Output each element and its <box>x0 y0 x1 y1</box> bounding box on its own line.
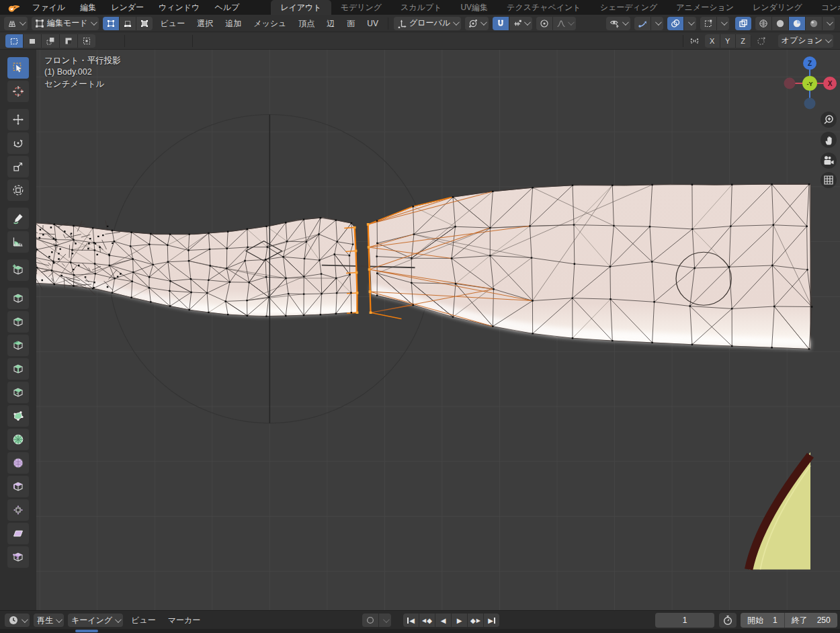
play-button[interactable]: ▶ <box>452 614 468 627</box>
vertex-select-button[interactable] <box>103 17 120 30</box>
workspace-tab-8[interactable]: コンポジティング <box>812 0 840 15</box>
mirror-axis-y[interactable]: Y <box>720 34 736 48</box>
prev-keyframe-button[interactable]: ◀◆ <box>419 614 435 627</box>
xray-options-icon-button[interactable] <box>700 17 717 30</box>
autokey-dropdown[interactable] <box>379 614 391 627</box>
tool-annotate[interactable] <box>7 208 29 229</box>
playback-menu[interactable]: 再生 <box>34 614 64 627</box>
select-mode-intersect-button[interactable] <box>78 34 95 48</box>
workspace-tab-6[interactable]: アニメーション <box>667 0 743 15</box>
tool-transform[interactable] <box>7 179 29 201</box>
tool-move[interactable] <box>7 109 29 130</box>
select-mode-subtract-button[interactable] <box>60 34 78 48</box>
timeline-view-menu[interactable]: ビュー <box>125 611 162 629</box>
topbar-menu-1[interactable]: 編集 <box>73 3 103 12</box>
tool-poly-build[interactable] <box>7 405 29 427</box>
header-menu-6[interactable]: 面 <box>341 15 361 32</box>
xray-options-dropdown[interactable] <box>717 17 729 30</box>
tool-smooth[interactable] <box>7 452 29 474</box>
editor-type-button[interactable] <box>4 17 28 30</box>
topbar-menu-4[interactable]: ヘルプ <box>207 3 247 12</box>
mirror-axis-z[interactable]: Z <box>736 34 751 48</box>
orientation-select[interactable]: グローバル <box>394 17 461 30</box>
show-overlays-toggle[interactable] <box>667 17 684 30</box>
show-gizmo-toggle[interactable] <box>634 17 651 30</box>
header-menu-0[interactable]: ビュー <box>155 15 192 32</box>
header-menu-3[interactable]: メッシュ <box>247 15 292 32</box>
tool-loop-cut[interactable] <box>7 358 29 380</box>
tool-measure[interactable] <box>7 231 29 253</box>
tool-spin[interactable] <box>7 429 29 450</box>
axis-gizmo[interactable]: Z X -Y <box>782 55 838 112</box>
mirror-button[interactable] <box>687 34 703 48</box>
proportional-edit-toggle[interactable] <box>536 17 553 30</box>
workspace-tab-5[interactable]: シェーディング <box>591 0 667 15</box>
tool-inset-faces[interactable] <box>7 311 29 333</box>
use-preview-range-button[interactable] <box>719 613 737 628</box>
timeline-strip[interactable] <box>0 629 840 633</box>
timeline-marker-menu[interactable]: マーカー <box>162 611 207 629</box>
pan-button[interactable] <box>821 132 837 148</box>
snap-toggle[interactable] <box>493 17 509 30</box>
topbar-menu-2[interactable]: レンダー <box>103 3 151 12</box>
frame-start-field[interactable]: 開始 1 <box>741 615 784 626</box>
tool-shrink-fatten[interactable] <box>7 499 29 521</box>
pivot-point-select[interactable] <box>465 17 489 30</box>
header-menu-7[interactable]: UV <box>361 15 384 32</box>
workspace-tab-3[interactable]: UV編集 <box>451 0 497 15</box>
face-select-button[interactable] <box>136 17 153 30</box>
header-menu-4[interactable]: 頂点 <box>292 15 321 32</box>
tool-shear[interactable] <box>7 523 29 544</box>
edge-select-button[interactable] <box>120 17 136 30</box>
current-frame-field[interactable]: 1 <box>655 613 714 628</box>
header-menu-2[interactable]: 追加 <box>219 15 247 32</box>
playhead[interactable] <box>75 630 98 632</box>
gizmo-dropdown[interactable] <box>651 17 663 30</box>
workspace-tab-1[interactable]: モデリング <box>331 0 391 15</box>
axis-neg-z-ball[interactable] <box>804 98 816 110</box>
proportional-size-button[interactable] <box>753 34 769 48</box>
shading-wireframe-button[interactable] <box>755 17 772 30</box>
tool-edge-slide[interactable] <box>7 476 29 497</box>
mirror-axis-x[interactable]: X <box>705 34 720 48</box>
toggle-ortho-button[interactable] <box>821 172 837 188</box>
shading-solid-button[interactable] <box>772 17 789 30</box>
jump-to-end-button[interactable]: ▶ <box>484 614 499 627</box>
tool-bevel[interactable] <box>7 335 29 356</box>
header-menu-1[interactable]: 選択 <box>191 15 219 32</box>
select-mode-add-button[interactable] <box>42 34 60 48</box>
select-mode-extend-button[interactable] <box>24 34 42 48</box>
select-mode-set-button[interactable] <box>5 34 24 48</box>
tool-knife[interactable] <box>7 382 29 403</box>
workspace-tab-0[interactable]: レイアウト <box>271 0 331 15</box>
workspace-tab-4[interactable]: テクスチャペイント <box>497 0 591 15</box>
topbar-menu-0[interactable]: ファイル <box>25 3 73 12</box>
workspace-tab-2[interactable]: スカルプト <box>391 0 451 15</box>
zoom-button[interactable] <box>821 112 837 128</box>
timeline-editor-type-button[interactable] <box>5 614 30 627</box>
tool-cursor[interactable] <box>7 81 29 102</box>
camera-view-button[interactable] <box>821 153 837 169</box>
tool-rip-region[interactable] <box>7 546 29 568</box>
workspace-tab-7[interactable]: レンダリング <box>743 0 812 15</box>
tool-tweak-select[interactable] <box>7 57 29 79</box>
axis-neg-x-ball[interactable] <box>784 78 796 89</box>
blender-logo-icon[interactable] <box>0 3 25 13</box>
topbar-menu-3[interactable]: ウィンドウ <box>151 3 207 12</box>
visibility-dropdown[interactable] <box>606 17 630 30</box>
tool-add-cube[interactable] <box>7 259 29 281</box>
header-menu-5[interactable]: 辺 <box>321 15 341 32</box>
xray-toggle[interactable] <box>735 17 751 30</box>
jump-to-start-button[interactable]: ◀ <box>403 614 419 627</box>
play-reverse-button[interactable]: ◀ <box>435 614 452 627</box>
snap-target-select[interactable] <box>509 17 532 30</box>
proportional-falloff-select[interactable] <box>553 17 576 30</box>
shading-rendered-button[interactable] <box>806 17 823 30</box>
next-keyframe-button[interactable]: ◆▶ <box>468 614 484 627</box>
mode-select[interactable]: 編集モード <box>32 17 99 30</box>
shading-material-button[interactable] <box>789 17 806 30</box>
autokey-toggle[interactable] <box>362 614 379 627</box>
tool-extrude-region[interactable] <box>7 288 29 309</box>
frame-end-field[interactable]: 終了 250 <box>785 615 837 626</box>
keying-menu[interactable]: キーイング <box>68 614 123 627</box>
